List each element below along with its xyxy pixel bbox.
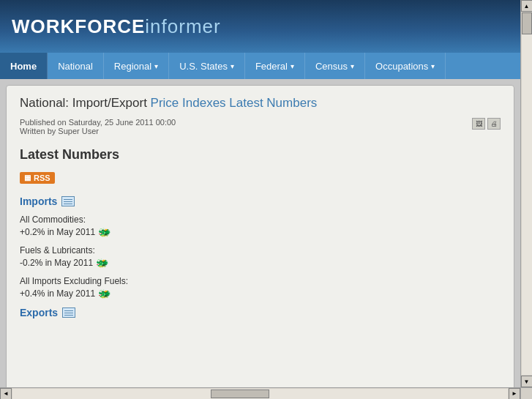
nav-national-label: National: [58, 61, 93, 72]
imports-section-title: Imports: [20, 195, 501, 207]
nav-us-states-label: U.S. States: [179, 61, 228, 72]
section-heading: Latest Numbers: [20, 147, 501, 163]
logo-workforce: WORKFORCE: [12, 15, 145, 37]
value-1: -0.2% in May 2011 🐲: [20, 257, 501, 269]
image-icon[interactable]: 🖼: [472, 118, 485, 130]
logo: WORKFORCEinformer: [12, 15, 221, 38]
exports-section-title: Exports: [20, 307, 501, 318]
nav-regional-label: Regional: [114, 61, 151, 72]
published-date: Published on Saturday, 25 June 2011 00:0…: [20, 118, 501, 127]
scrollbar-corner: [520, 387, 532, 399]
scroll-right-button[interactable]: ►: [509, 388, 520, 400]
breadcrumb-static: National: Import/Export: [20, 96, 147, 110]
meta-info: Published on Saturday, 25 June 2011 00:0…: [20, 118, 501, 135]
content-panel: National: Import/Export Price Indexes La…: [6, 85, 514, 393]
navbar: Home National Regional ▾ U.S. States ▾ F…: [0, 53, 532, 79]
value-2: +0.4% in May 2011 🐲: [20, 288, 501, 299]
hscroll-thumb[interactable]: [211, 389, 269, 398]
hscroll-track[interactable]: [12, 389, 508, 399]
nav-census[interactable]: Census ▾: [305, 53, 365, 79]
chevron-down-icon: ▾: [431, 62, 435, 70]
data-item-2: All Imports Excluding Fuels: +0.4% in Ma…: [20, 276, 501, 299]
vertical-scrollbar[interactable]: ▲ ▼: [520, 0, 532, 387]
nav-home-label: Home: [10, 61, 37, 72]
nav-census-label: Census: [315, 61, 348, 72]
page-title: National: Import/Export Price Indexes La…: [20, 96, 501, 111]
nav-national[interactable]: National: [48, 53, 104, 79]
chevron-down-icon: ▾: [291, 62, 294, 70]
chevron-down-icon: ▾: [154, 62, 158, 70]
logo-informer: informer: [145, 15, 220, 37]
page-title-area: National: Import/Export Price Indexes La…: [20, 96, 501, 111]
trend-down-icon: 🐲: [96, 257, 108, 269]
print-icon[interactable]: 🖨: [487, 118, 501, 130]
nav-us-states[interactable]: U.S. States ▾: [169, 53, 245, 79]
data-item-1: Fuels & Lubricants: -0.2% in May 2011 🐲: [20, 245, 501, 269]
exports-table-icon[interactable]: [62, 307, 75, 318]
rss-button[interactable]: ▦ RSS: [20, 172, 55, 184]
nav-regional[interactable]: Regional ▾: [104, 53, 169, 79]
scroll-up-button[interactable]: ▲: [521, 0, 533, 12]
table-icon[interactable]: [61, 196, 75, 206]
nav-occupations-label: Occupations: [375, 61, 428, 72]
nav-federal-label: Federal: [255, 61, 288, 72]
nav-federal[interactable]: Federal ▾: [245, 53, 305, 79]
scroll-track[interactable]: [522, 12, 532, 375]
author: Written by Super User: [20, 127, 501, 135]
scroll-thumb[interactable]: [522, 12, 532, 34]
header: WORKFORCEinformer: [0, 0, 532, 53]
trend-up-icon: 🐲: [98, 226, 110, 238]
category-0: All Commodities:: [20, 215, 501, 225]
rss-icon: ▦: [24, 174, 31, 182]
breadcrumb-link[interactable]: Price Indexes Latest Numbers: [151, 96, 318, 110]
action-icons: 🖼 🖨: [472, 118, 501, 130]
data-item-0: All Commodities: +0.2% in May 2011 🐲: [20, 215, 501, 238]
nav-occupations[interactable]: Occupations ▾: [365, 53, 446, 79]
scroll-down-button[interactable]: ▼: [521, 376, 533, 387]
category-1: Fuels & Lubricants:: [20, 245, 501, 256]
category-2: All Imports Excluding Fuels:: [20, 276, 501, 286]
trend-up-icon-2: 🐲: [98, 288, 110, 299]
horizontal-scrollbar[interactable]: ◄ ►: [0, 387, 520, 399]
rss-label: RSS: [34, 174, 50, 182]
chevron-down-icon: ▾: [351, 62, 354, 70]
main-area: National: Import/Export Price Indexes La…: [0, 79, 532, 399]
nav-home[interactable]: Home: [0, 53, 48, 79]
value-0: +0.2% in May 2011 🐲: [20, 226, 501, 238]
exports-link[interactable]: Exports: [20, 307, 58, 318]
imports-link[interactable]: Imports: [20, 195, 57, 207]
chevron-down-icon: ▾: [231, 62, 234, 70]
scroll-left-button[interactable]: ◄: [0, 388, 12, 400]
